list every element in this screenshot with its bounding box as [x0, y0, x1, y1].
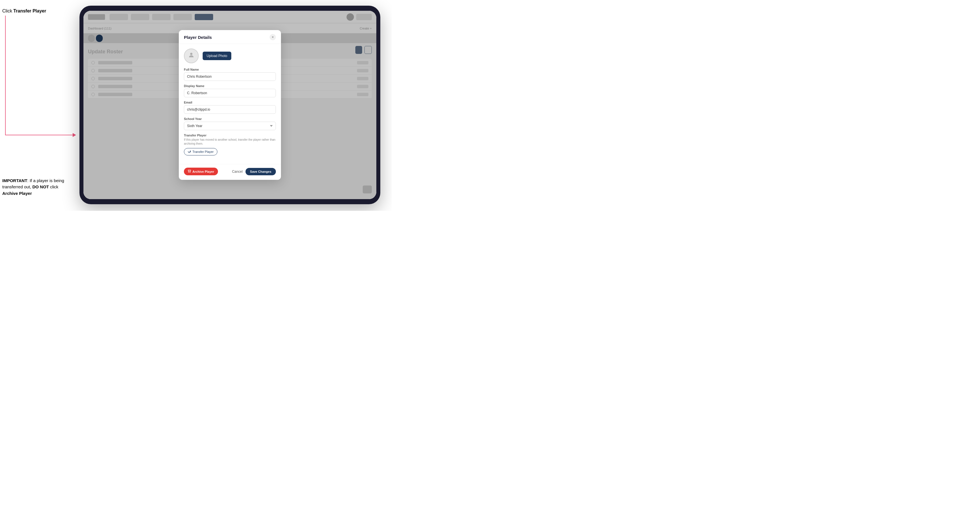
transfer-icon — [188, 150, 191, 154]
modal-footer: Archive Player Cancel Save Changes — [179, 164, 281, 180]
transfer-player-button[interactable]: Transfer Player — [184, 148, 217, 156]
archive-player-button[interactable]: Archive Player — [184, 168, 218, 175]
full-name-input[interactable] — [184, 72, 276, 81]
tablet-screen: Dashboard (111) Create + Update Roster — [83, 11, 376, 199]
display-name-group: Display Name — [184, 84, 276, 97]
email-group: Email — [184, 101, 276, 114]
transfer-description: If this player has moved to another scho… — [184, 138, 276, 146]
archive-icon — [188, 170, 191, 173]
avatar-upload-row: Upload Photo — [184, 49, 276, 63]
transfer-section-label: Transfer Player — [184, 133, 276, 137]
click-bold: Transfer Player — [13, 8, 46, 13]
save-changes-button[interactable]: Save Changes — [245, 168, 276, 175]
arrow-horizontal-line — [5, 135, 73, 135]
app-background: Dashboard (111) Create + Update Roster — [83, 11, 376, 199]
school-year-select[interactable]: Sixth Year First Year Second Year Third … — [184, 122, 276, 130]
modal-title: Player Details — [184, 35, 212, 40]
player-details-modal: Player Details × — [179, 30, 281, 180]
user-silhouette-icon — [188, 52, 195, 60]
arrow-vertical-line — [5, 16, 6, 135]
modal-overlay: Player Details × — [83, 11, 376, 199]
modal-header: Player Details × — [179, 30, 281, 44]
cancel-button[interactable]: Cancel — [232, 170, 242, 174]
click-prefix: Click — [2, 8, 13, 13]
important-text-2: click — [49, 184, 58, 189]
school-year-group: School Year Sixth Year First Year Second… — [184, 117, 276, 130]
avatar-circle — [184, 49, 199, 63]
important-label: IMPORTANT — [2, 178, 27, 183]
arrow-head — [73, 133, 76, 137]
archive-player-label: Archive Player — [2, 191, 32, 196]
transfer-player-btn-label: Transfer Player — [192, 150, 214, 154]
school-year-label: School Year — [184, 117, 276, 121]
tablet-frame: Dashboard (111) Create + Update Roster — [80, 6, 380, 204]
display-name-input[interactable] — [184, 89, 276, 97]
email-input[interactable] — [184, 105, 276, 114]
archive-player-btn-label: Archive Player — [192, 170, 214, 173]
modal-close-button[interactable]: × — [270, 34, 276, 40]
important-instruction: IMPORTANT: If a player is being transfer… — [2, 178, 70, 197]
click-instruction: Click Transfer Player — [2, 8, 46, 14]
full-name-group: Full Name — [184, 68, 276, 81]
display-name-label: Display Name — [184, 84, 276, 88]
full-name-label: Full Name — [184, 68, 276, 71]
email-label: Email — [184, 101, 276, 104]
svg-point-0 — [190, 53, 192, 55]
do-not-label: DO NOT — [32, 184, 49, 189]
transfer-section: Transfer Player If this player has moved… — [184, 133, 276, 156]
instruction-area: Click Transfer Player IMPORTANT: If a pl… — [0, 0, 80, 211]
modal-body: Upload Photo Full Name Display Name — [179, 44, 281, 164]
upload-photo-button[interactable]: Upload Photo — [203, 52, 231, 60]
